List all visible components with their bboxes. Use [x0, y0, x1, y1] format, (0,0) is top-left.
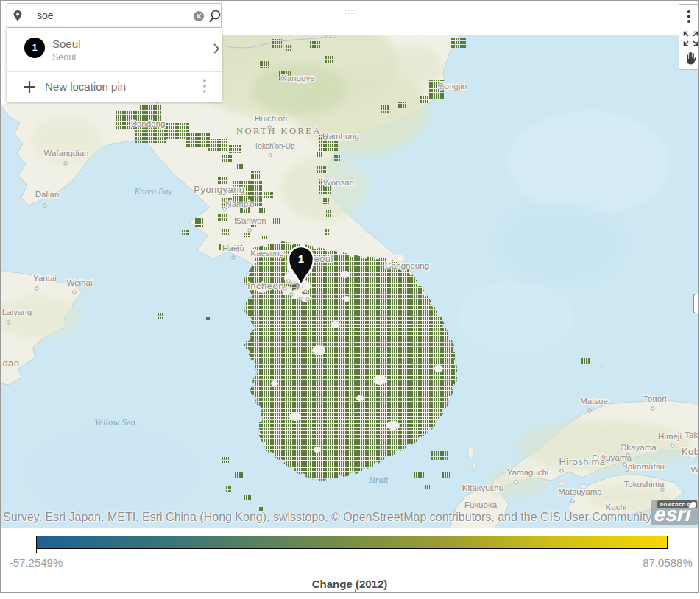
map-label: Huich'on [255, 114, 287, 123]
legend-tick-max [668, 549, 668, 553]
city-dot [626, 454, 629, 457]
map-label: Incheon [247, 280, 284, 291]
map-label: Yellow Sea [94, 417, 136, 428]
map-label: Takamatsu [623, 462, 665, 471]
city-dot [671, 444, 674, 447]
city-dot [299, 297, 302, 300]
city-dot [248, 229, 251, 232]
esri-wordmark: esri [654, 503, 692, 526]
city-dot [7, 321, 10, 324]
legend-tick-min [36, 549, 37, 553]
map-label: NORTH KOREA [236, 126, 322, 136]
map-label: Wa [691, 465, 699, 474]
city-dot [290, 293, 293, 296]
city-dot [324, 136, 327, 139]
unloaded-tiles [222, 1, 699, 35]
city-dot [304, 290, 307, 293]
map-label: Okayama [620, 443, 657, 452]
esri-logo: POWERED BY esri [651, 500, 698, 525]
city-dot [283, 287, 286, 290]
map-label: Kobe [682, 446, 699, 457]
pan-hand-icon[interactable] [687, 52, 696, 65]
city-dot [651, 407, 654, 410]
map-label: Yamaguchi [507, 468, 549, 477]
collapsed-panel-tab[interactable] [693, 294, 699, 313]
city-dot [73, 291, 76, 294]
map-label: Hamhung [322, 132, 359, 141]
map-label: Pyongyang [194, 184, 245, 195]
result-subtitle: Seoul [52, 52, 76, 63]
legend-panel: -57.2549% 87.0588% Change (2012) [1, 528, 699, 593]
app-window: KanggyeSongjinHuich'onNORTH KOREAHamhung… [0, 0, 699, 593]
city-dot [223, 208, 226, 210]
map-attribution: Survey, Esri Japan, METI, Esri China (Ho… [3, 511, 651, 524]
suggestion-item[interactable]: 1 Soeul Seoul [7, 28, 222, 71]
chevron-right-icon [211, 42, 222, 55]
map-label: Fukuoka [464, 500, 498, 509]
map-label: Hiroshima [559, 456, 605, 467]
map-label: Tokushima [624, 480, 665, 489]
map-label: Tottori [643, 394, 666, 403]
map-label: Matsuyama [558, 487, 602, 496]
new-pin-label: New location pin [45, 80, 126, 93]
map-label: Dandong [131, 119, 166, 128]
map-label: dao [2, 358, 19, 369]
kebab-menu-icon[interactable] [687, 10, 690, 23]
expand-icon[interactable] [685, 32, 698, 46]
map-label: Matsue [580, 397, 608, 405]
legend-gradient-bar [36, 536, 668, 549]
map-label: Dalian [35, 190, 60, 199]
city-dot [43, 204, 46, 207]
legend-collapse-tab[interactable] [344, 589, 356, 593]
city-dot [560, 469, 563, 472]
city-dot [515, 481, 517, 483]
map-label: Korea Bay [133, 186, 172, 196]
result-title: Soeul [52, 38, 80, 50]
city-dot [64, 162, 67, 165]
new-location-pin-button[interactable]: New location pin [7, 72, 222, 102]
map-label: Himeji [658, 432, 682, 441]
map-label: Kaesong [250, 249, 283, 258]
city-dot [306, 298, 309, 301]
map-label: Strait [369, 475, 389, 485]
map-label: Laiyang [2, 308, 32, 316]
legend-min-label: -57.2549% [10, 556, 63, 569]
map-label: Weihai [67, 278, 93, 287]
city-dot [623, 463, 626, 466]
search-icon[interactable] [210, 11, 220, 22]
kebab-menu-icon[interactable] [202, 78, 208, 96]
city-dot [232, 256, 235, 259]
legend-max-label: 87.0588% [643, 556, 693, 569]
map-label: Tokch'on-Up [254, 142, 295, 150]
map-label: Takat [685, 430, 699, 439]
search-suggestions: 1 Soeul Seoul New location pin [7, 28, 222, 102]
map-label: Haeju [222, 244, 244, 252]
plus-icon [22, 79, 37, 94]
tile-loading-dots [345, 9, 357, 18]
map-label: Wonsan [323, 178, 354, 187]
map-label: Gangneung [385, 261, 429, 270]
city-dot [322, 182, 325, 185]
map-label: Kitakyushu [462, 483, 503, 492]
city-dot [588, 409, 591, 412]
city-dot [269, 154, 272, 157]
unloaded-tiles-left [1, 1, 7, 104]
map-toolbar [679, 4, 699, 70]
map-label: Namp'o [225, 199, 254, 208]
map-label: Yantai [33, 274, 57, 283]
result-number-badge: 1 [24, 38, 45, 58]
city-dot [35, 287, 38, 290]
city-dot [268, 126, 271, 129]
city-dot [626, 468, 629, 471]
city-dot [281, 77, 284, 80]
map-canvas[interactable]: KanggyeSongjinHuich'onNORTH KOREAHamhung… [1, 1, 699, 528]
svg-text:1: 1 [298, 252, 304, 265]
map-label: Kanggye [281, 74, 314, 82]
map-label: Sariwon [236, 216, 266, 225]
search-input[interactable]: soe [37, 10, 54, 21]
city-dot [441, 86, 444, 89]
city-dot [571, 500, 574, 503]
map-label: Wafangdian [44, 149, 89, 157]
search-bar: soe [7, 3, 222, 28]
city-dot [661, 488, 664, 491]
